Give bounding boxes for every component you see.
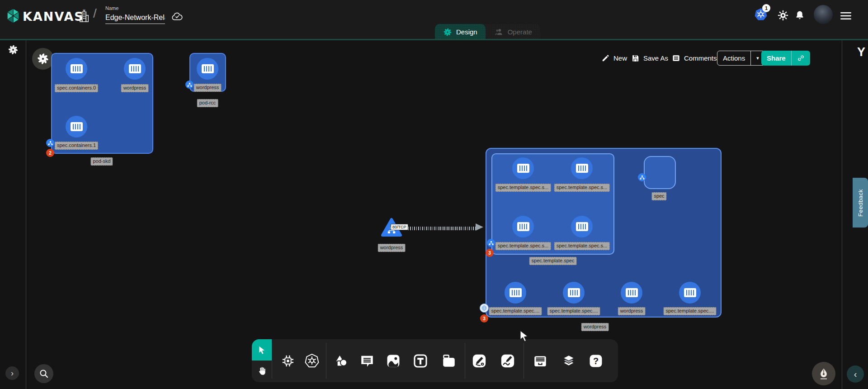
collapsed-panel-handle[interactable]: Y <box>857 45 865 59</box>
zoom-button[interactable] <box>34 364 53 383</box>
comments-icon <box>672 54 680 62</box>
container-icon <box>684 288 696 297</box>
note-tool[interactable] <box>439 351 459 371</box>
image-icon <box>386 353 401 369</box>
relationship-badge[interactable] <box>185 81 193 89</box>
drawer-icon <box>532 353 548 369</box>
node-label: spec.template.spec.s... <box>495 242 551 250</box>
node-spec-containers-0[interactable] <box>66 58 87 80</box>
help-icon: ? <box>588 353 604 369</box>
group-label-template: spec.template.spec <box>529 257 577 265</box>
node-wordpress-container[interactable] <box>197 58 218 80</box>
group-label-wordpress: wordpress <box>581 323 609 331</box>
error-count-badge[interactable]: 3 <box>480 314 488 323</box>
pan-tool[interactable] <box>252 361 272 381</box>
tab-operate[interactable]: Operate <box>486 24 540 40</box>
image-tool[interactable] <box>383 351 403 371</box>
container-icon <box>509 288 522 297</box>
group-spec-template-spec[interactable] <box>491 153 614 255</box>
meshery-spiral-icon[interactable] <box>8 44 19 55</box>
design-name-input[interactable] <box>105 13 165 24</box>
comment-tool[interactable] <box>357 351 377 371</box>
logo-wordmark: KANVAS <box>23 9 84 24</box>
group-label-spec: spec <box>651 192 666 200</box>
node-wordpress-container[interactable] <box>124 58 146 80</box>
freehand-pencil-tool[interactable] <box>498 351 518 371</box>
copy-link-button[interactable] <box>792 51 810 66</box>
edge-port-label: 80/TCP <box>391 224 408 230</box>
kubernetes-tool[interactable] <box>302 351 322 371</box>
header-bar: KANVAS / Name <box>0 0 868 39</box>
node-deploy-container[interactable] <box>621 282 642 304</box>
actions-button[interactable]: Actions <box>717 51 750 65</box>
drawer-tool[interactable] <box>530 351 550 371</box>
canvas-widgets-button[interactable] <box>32 48 54 70</box>
node-label: wordpress <box>194 84 222 92</box>
new-button[interactable]: New <box>601 54 627 62</box>
comments-button[interactable]: Comments <box>672 54 717 62</box>
mouse-cursor <box>520 330 531 342</box>
node-template-container[interactable] <box>571 216 593 237</box>
kanvas-logo-icon[interactable] <box>6 8 20 24</box>
service-edge[interactable] <box>406 227 476 230</box>
edge-pencil-tool[interactable] <box>469 351 489 371</box>
layers-icon <box>561 353 576 369</box>
node-template-container[interactable] <box>512 157 534 179</box>
right-rail-divider <box>842 40 842 389</box>
node-label: spec.template.spec.s... <box>495 184 551 192</box>
design-spiral-icon <box>443 28 452 37</box>
comments-button-label: Comments <box>684 54 717 62</box>
node-template-container[interactable] <box>512 216 534 237</box>
edge-arrowhead <box>476 223 483 231</box>
relationship-badge[interactable] <box>638 173 646 181</box>
left-rail-divider <box>26 40 26 389</box>
layers-tool[interactable] <box>559 351 579 371</box>
container-icon <box>202 64 214 73</box>
component-tool[interactable] <box>278 351 298 371</box>
signature-pen-button[interactable] <box>812 362 835 385</box>
mesh-badge[interactable] <box>480 304 489 313</box>
node-deploy-container[interactable] <box>505 282 526 304</box>
building-icon[interactable] <box>78 9 90 23</box>
relationship-badge[interactable] <box>487 239 495 247</box>
container-icon <box>129 64 141 73</box>
select-tool[interactable] <box>252 339 272 361</box>
node-label: wordpress <box>618 307 646 315</box>
comment-icon <box>359 353 375 369</box>
notifications-bell-icon[interactable] <box>794 9 805 21</box>
node-deploy-container[interactable] <box>679 282 701 304</box>
feedback-tab[interactable]: Feedback <box>853 178 868 228</box>
text-tool[interactable] <box>410 351 430 371</box>
collapse-right-dock-button[interactable]: ‹ <box>847 365 864 383</box>
pen-nib-icon <box>818 368 830 380</box>
expand-left-dock-button[interactable]: › <box>5 366 19 380</box>
container-icon <box>626 288 638 297</box>
group-spec[interactable] <box>644 156 676 189</box>
settings-gear-icon[interactable] <box>777 9 789 21</box>
node-label: spec.containers.0 <box>55 84 98 92</box>
container-icon <box>517 222 529 231</box>
relationship-badge[interactable] <box>46 139 54 147</box>
help-tool[interactable]: ? <box>586 351 606 371</box>
error-count-badge[interactable]: 2 <box>46 149 54 157</box>
service-label: wordpress <box>378 244 406 252</box>
hamburger-menu-icon[interactable] <box>840 12 852 20</box>
sitemap-icon <box>187 82 192 87</box>
container-icon <box>568 288 580 297</box>
node-label: spec.template.spec.... <box>489 307 542 315</box>
shapes-tool[interactable] <box>331 351 351 371</box>
error-count-badge[interactable]: 3 <box>486 249 494 257</box>
context-count-badge[interactable]: 1 <box>762 4 770 12</box>
save-as-button[interactable]: Save As <box>631 54 668 62</box>
freehand-pencil-icon <box>500 353 515 369</box>
node-label: wordpress <box>121 84 149 92</box>
node-template-container[interactable] <box>571 157 593 179</box>
tab-design[interactable]: Design <box>435 24 486 40</box>
user-avatar[interactable] <box>814 5 833 24</box>
magnifier-icon <box>39 369 49 379</box>
node-deploy-container[interactable] <box>563 282 585 304</box>
share-button[interactable]: Share <box>761 51 791 66</box>
node-label: spec.template.spec.s... <box>554 184 610 192</box>
kubernetes-wheel-icon <box>304 353 320 369</box>
node-spec-containers-1[interactable] <box>66 116 87 138</box>
